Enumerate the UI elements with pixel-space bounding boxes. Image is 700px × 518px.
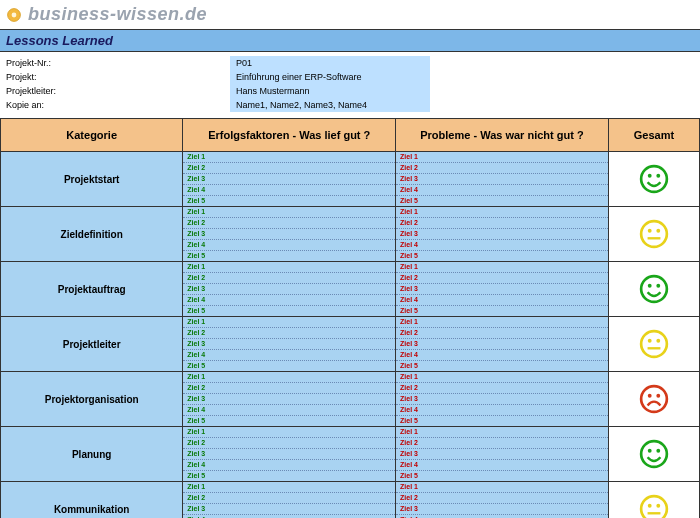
ziel-cell: Ziel 5 xyxy=(396,416,608,427)
ziel-cell: Ziel 4 xyxy=(183,515,395,519)
logo-icon xyxy=(6,7,22,23)
ziel-cell: Ziel 5 xyxy=(183,251,395,262)
ziel-cell: Ziel 3 xyxy=(396,339,608,350)
ziel-cell: Ziel 3 xyxy=(396,229,608,240)
ziel-cell: Ziel 3 xyxy=(183,394,395,405)
table-row: ZieldefinitionZiel 1Ziel 2Ziel 3Ziel 4Zi… xyxy=(1,207,700,262)
ziel-cell: Ziel 4 xyxy=(183,240,395,251)
ziel-cell: Ziel 4 xyxy=(183,350,395,361)
table-row: ProjektleiterZiel 1Ziel 2Ziel 3Ziel 4Zie… xyxy=(1,317,700,372)
status-green-happy-icon xyxy=(639,164,669,194)
ziel-cell: Ziel 4 xyxy=(183,460,395,471)
gesamt-cell xyxy=(608,152,699,207)
gesamt-cell xyxy=(608,372,699,427)
status-yellow-neutral-icon xyxy=(639,219,669,249)
ziel-cell: Ziel 3 xyxy=(396,284,608,295)
probleme-cell: Ziel 1Ziel 2Ziel 3Ziel 4Ziel 5 xyxy=(396,317,609,372)
probleme-cell: Ziel 1Ziel 2Ziel 3Ziel 4Ziel 5 xyxy=(396,482,609,519)
ziel-cell: Ziel 1 xyxy=(396,152,608,163)
svg-point-12 xyxy=(641,331,667,357)
svg-point-6 xyxy=(648,229,652,233)
ziel-cell: Ziel 3 xyxy=(396,394,608,405)
site-logo: business-wissen.de xyxy=(0,0,700,29)
ziel-cell: Ziel 2 xyxy=(183,218,395,229)
ziel-cell: Ziel 5 xyxy=(183,361,395,372)
ziel-cell: Ziel 2 xyxy=(396,438,608,449)
gesamt-cell xyxy=(608,427,699,482)
ziel-cell: Ziel 1 xyxy=(396,207,608,218)
meta-label-projekt-nr: Projekt-Nr.: xyxy=(0,56,230,70)
table-row: ProjektorganisationZiel 1Ziel 2Ziel 3Zie… xyxy=(1,372,700,427)
ziel-cell: Ziel 3 xyxy=(183,504,395,515)
ziel-cell: Ziel 1 xyxy=(183,427,395,438)
kategorie-cell: Zieldefinition xyxy=(1,207,183,262)
ziel-cell: Ziel 1 xyxy=(183,152,395,163)
erfolg-cell: Ziel 1Ziel 2Ziel 3Ziel 4Ziel 5 xyxy=(183,482,396,519)
ziel-cell: Ziel 1 xyxy=(183,317,395,328)
ziel-cell: Ziel 2 xyxy=(396,218,608,229)
ziel-cell: Ziel 2 xyxy=(183,273,395,284)
ziel-cell: Ziel 5 xyxy=(183,471,395,482)
erfolg-cell: Ziel 1Ziel 2Ziel 3Ziel 4Ziel 5 xyxy=(183,372,396,427)
col-probleme: Probleme - Was war nicht gut ? xyxy=(396,119,609,152)
kategorie-cell: Projektorganisation xyxy=(1,372,183,427)
ziel-cell: Ziel 1 xyxy=(183,482,395,493)
probleme-cell: Ziel 1Ziel 2Ziel 3Ziel 4Ziel 5 xyxy=(396,262,609,317)
ziel-cell: Ziel 1 xyxy=(183,262,395,273)
svg-point-16 xyxy=(641,386,667,412)
meta-label-projekt: Projekt: xyxy=(0,70,230,84)
table-row: PlanungZiel 1Ziel 2Ziel 3Ziel 4Ziel 5Zie… xyxy=(1,427,700,482)
svg-point-10 xyxy=(648,284,652,288)
table-row: ProjektauftragZiel 1Ziel 2Ziel 3Ziel 4Zi… xyxy=(1,262,700,317)
ziel-cell: Ziel 2 xyxy=(183,328,395,339)
ziel-cell: Ziel 1 xyxy=(183,207,395,218)
ziel-cell: Ziel 5 xyxy=(183,416,395,427)
probleme-cell: Ziel 1Ziel 2Ziel 3Ziel 4Ziel 5 xyxy=(396,372,609,427)
gesamt-cell xyxy=(608,207,699,262)
svg-point-21 xyxy=(656,449,660,453)
site-name: business-wissen.de xyxy=(28,4,207,25)
meta-table: Projekt-Nr.: P01 Projekt: Einführung ein… xyxy=(0,56,700,112)
ziel-cell: Ziel 5 xyxy=(396,196,608,207)
svg-point-17 xyxy=(648,394,652,398)
ziel-cell: Ziel 3 xyxy=(396,174,608,185)
ziel-cell: Ziel 3 xyxy=(183,339,395,350)
col-gesamt: Gesamt xyxy=(608,119,699,152)
meta-label-kopie: Kopie an: xyxy=(0,98,230,112)
ziel-cell: Ziel 2 xyxy=(183,438,395,449)
svg-point-2 xyxy=(641,166,667,192)
svg-point-9 xyxy=(641,276,667,302)
ziel-cell: Ziel 4 xyxy=(183,405,395,416)
ziel-cell: Ziel 3 xyxy=(396,504,608,515)
ziel-cell: Ziel 1 xyxy=(396,262,608,273)
ziel-cell: Ziel 2 xyxy=(396,383,608,394)
meta-value-projekt: Einführung einer ERP-Software xyxy=(230,70,430,84)
ziel-cell: Ziel 3 xyxy=(183,449,395,460)
erfolg-cell: Ziel 1Ziel 2Ziel 3Ziel 4Ziel 5 xyxy=(183,152,396,207)
ziel-cell: Ziel 3 xyxy=(396,449,608,460)
lessons-table: Kategorie Erfolgsfaktoren - Was lief gut… xyxy=(0,118,700,518)
erfolg-cell: Ziel 1Ziel 2Ziel 3Ziel 4Ziel 5 xyxy=(183,427,396,482)
table-row: KommunikationZiel 1Ziel 2Ziel 3Ziel 4Zie… xyxy=(1,482,700,519)
svg-point-3 xyxy=(648,174,652,178)
kategorie-cell: Projektstart xyxy=(1,152,183,207)
ziel-cell: Ziel 3 xyxy=(183,174,395,185)
gesamt-cell xyxy=(608,317,699,372)
ziel-cell: Ziel 5 xyxy=(396,251,608,262)
kategorie-cell: Planung xyxy=(1,427,183,482)
ziel-cell: Ziel 5 xyxy=(396,361,608,372)
table-row: ProjektstartZiel 1Ziel 2Ziel 3Ziel 4Ziel… xyxy=(1,152,700,207)
status-yellow-neutral-icon xyxy=(639,329,669,359)
status-green-happy-icon xyxy=(639,274,669,304)
kategorie-cell: Projektauftrag xyxy=(1,262,183,317)
ziel-cell: Ziel 4 xyxy=(396,460,608,471)
ziel-cell: Ziel 5 xyxy=(396,306,608,317)
erfolg-cell: Ziel 1Ziel 2Ziel 3Ziel 4Ziel 5 xyxy=(183,207,396,262)
svg-point-14 xyxy=(656,339,660,343)
probleme-cell: Ziel 1Ziel 2Ziel 3Ziel 4Ziel 5 xyxy=(396,207,609,262)
status-red-sad-icon xyxy=(639,384,669,414)
erfolg-cell: Ziel 1Ziel 2Ziel 3Ziel 4Ziel 5 xyxy=(183,262,396,317)
ziel-cell: Ziel 4 xyxy=(396,405,608,416)
ziel-cell: Ziel 2 xyxy=(396,328,608,339)
svg-point-4 xyxy=(656,174,660,178)
